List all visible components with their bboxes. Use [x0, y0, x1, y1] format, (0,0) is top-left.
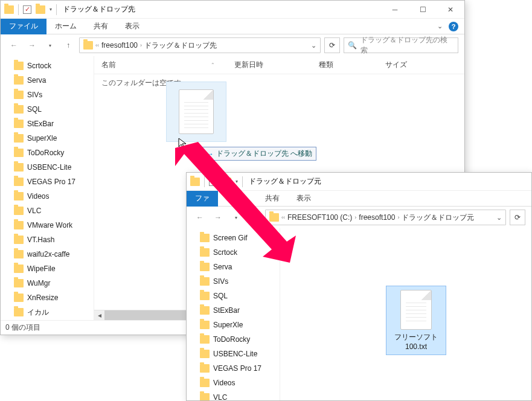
tree-item[interactable]: VLC: [1, 204, 94, 218]
tree-item[interactable]: Screen Gif: [187, 231, 280, 245]
tree-item[interactable]: ToDoRocky: [1, 146, 94, 160]
tree-item-label: Scrtock: [27, 62, 51, 70]
nav-back-button[interactable]: ←: [193, 210, 207, 225]
tree-item[interactable]: USBENC-Lite: [187, 347, 280, 361]
nav-forward-button[interactable]: →: [211, 210, 225, 225]
qat-newfolder-icon[interactable]: [36, 5, 45, 14]
tab-share[interactable]: 共有: [257, 191, 288, 207]
tree-item-label: VEGAS Pro 17: [213, 364, 261, 373]
tree-item[interactable]: Scrtock: [187, 245, 280, 260]
tree-item[interactable]: Serva: [187, 260, 280, 274]
nav-back-button[interactable]: ←: [7, 38, 21, 53]
tree-item[interactable]: waifu2x-caffe: [1, 247, 94, 261]
tree-item[interactable]: SQL: [1, 102, 94, 117]
tab-file[interactable]: ファイル: [1, 19, 46, 34]
address-bar[interactable]: ‹‹ FREESOFT100 (C:)› freesoft100› ドラッグ＆ド…: [265, 210, 506, 225]
refresh-button[interactable]: ⟳: [324, 37, 340, 53]
titlebar[interactable]: ✓ ▾ ドラッグ＆ドロップ元: [187, 173, 531, 191]
breadcrumb-label[interactable]: FREESOFT100 (C:): [287, 213, 352, 222]
column-size[interactable]: サイズ: [378, 60, 464, 70]
column-date[interactable]: 更新日時: [227, 60, 312, 70]
tree-item[interactable]: VEGAS Pro 17: [187, 361, 280, 376]
qat-properties-icon[interactable]: ✓: [23, 5, 31, 14]
tree-item-label: ToDoRocky: [27, 149, 64, 157]
search-input[interactable]: 🔍 ドラッグ＆ドロップ先の検索: [344, 37, 458, 53]
folder-tree[interactable]: Screen Gif Scrtock Serva SIVs SQL StExBa…: [187, 228, 280, 400]
qat-customize-icon[interactable]: ▾: [236, 179, 238, 184]
chevron-right-icon[interactable]: ›: [140, 42, 142, 48]
minimize-button[interactable]: ─: [381, 1, 409, 19]
tree-item[interactable]: WuMgr: [1, 276, 94, 290]
tree-item[interactable]: ToDoRocky: [187, 332, 280, 347]
content-pane[interactable]: フリーソフト100.txt: [280, 228, 531, 400]
tree-item[interactable]: VMware Work: [1, 218, 94, 233]
address-bar[interactable]: ‹‹ freesoft100› ドラッグ＆ドロップ先 ⌄: [79, 37, 321, 53]
chevron-right-icon[interactable]: ›: [354, 214, 356, 220]
breadcrumb-label[interactable]: freesoft100: [359, 213, 395, 222]
nav-recent-button[interactable]: ▾: [43, 38, 57, 53]
folder-icon: [14, 192, 24, 200]
help-icon[interactable]: ?: [449, 22, 458, 31]
tree-item[interactable]: XnResize: [1, 290, 94, 305]
qat-newfolder-icon[interactable]: [222, 178, 231, 186]
close-button[interactable]: ✕: [437, 1, 464, 19]
file-item[interactable]: フリーソフト100.txt: [386, 286, 446, 355]
chevron-right-icon[interactable]: ‹‹: [95, 42, 99, 48]
tree-item[interactable]: SuperXle: [187, 318, 280, 332]
tree-item[interactable]: Serva: [1, 73, 94, 88]
breadcrumb-label[interactable]: ドラッグ＆ドロップ先: [144, 40, 217, 51]
column-type[interactable]: 種類: [312, 60, 378, 70]
tab-view[interactable]: 表示: [117, 19, 148, 34]
folder-tree[interactable]: Scrtock Serva SIVs SQL StExBar SuperXle …: [1, 56, 94, 320]
column-headers[interactable]: 名前⌃ 更新日時 種類 サイズ: [94, 56, 464, 74]
nav-bar: ← → ▾ ↑ ‹‹ freesoft100› ドラッグ＆ドロップ先 ⌄ ⟳ 🔍…: [1, 34, 464, 56]
tab-share[interactable]: 共有: [85, 19, 117, 34]
column-name[interactable]: 名前⌃: [94, 60, 227, 70]
scroll-left-icon[interactable]: ◂: [94, 310, 104, 321]
qat-customize-icon[interactable]: ▾: [50, 7, 52, 12]
tree-item-label: イカル: [27, 307, 49, 318]
folder-icon: [200, 350, 210, 358]
nav-recent-button[interactable]: ▾: [229, 210, 243, 225]
maximize-button[interactable]: ☐: [409, 1, 437, 19]
folder-icon: [14, 105, 24, 114]
nav-forward-button[interactable]: →: [25, 38, 39, 53]
tree-item[interactable]: VT.Hash: [1, 233, 94, 247]
tab-home[interactable]: ホーム: [46, 19, 85, 34]
tree-item-label: SIVs: [27, 91, 42, 99]
tree-item[interactable]: StExBar: [1, 117, 94, 131]
drag-tooltip: → ドラッグ＆ドロップ先 へ移動: [202, 147, 316, 161]
refresh-button[interactable]: ⟳: [510, 210, 525, 225]
breadcrumb-label[interactable]: ドラッグ＆ドロップ元: [402, 213, 474, 223]
tree-item[interactable]: Videos: [1, 189, 94, 204]
folder-icon: [200, 393, 210, 400]
nav-up-button[interactable]: ↑: [247, 210, 261, 225]
chevron-right-icon[interactable]: ‹‹: [281, 214, 285, 220]
tab-file[interactable]: ファ: [187, 191, 218, 207]
tab-view[interactable]: 表示: [288, 191, 319, 207]
tree-item[interactable]: StExBar: [187, 303, 280, 318]
tree-item[interactable]: Scrtock: [1, 59, 94, 73]
tree-item[interactable]: SIVs: [187, 274, 280, 289]
breadcrumb-label[interactable]: freesoft100: [101, 41, 138, 50]
tree-item[interactable]: VEGAS Pro 17: [1, 175, 94, 189]
nav-up-button[interactable]: ↑: [61, 38, 75, 53]
tree-item[interactable]: USBENC-Lite: [1, 160, 94, 175]
tree-item[interactable]: SQL: [187, 289, 280, 303]
qat-properties-icon[interactable]: ✓: [209, 178, 217, 186]
folder-icon: [14, 250, 24, 258]
tree-item[interactable]: VLC: [187, 390, 280, 400]
chevron-right-icon[interactable]: ›: [397, 214, 399, 220]
tree-item[interactable]: SuperXle: [1, 131, 94, 146]
tab-home[interactable]: ホーム: [218, 191, 257, 207]
address-dropdown-icon[interactable]: ⌄: [496, 214, 502, 222]
folder-icon: [14, 265, 24, 273]
address-dropdown-icon[interactable]: ⌄: [311, 42, 316, 50]
ribbon-expand-icon[interactable]: ⌄: [437, 22, 443, 30]
tree-item[interactable]: Videos: [187, 376, 280, 390]
tree-item[interactable]: イカル: [1, 305, 94, 319]
tree-item-label: WuMgr: [27, 279, 50, 287]
titlebar[interactable]: ✓ ▾ ドラッグ＆ドロップ先 ─ ☐ ✕: [1, 1, 464, 19]
tree-item[interactable]: SIVs: [1, 88, 94, 102]
tree-item[interactable]: WipeFile: [1, 261, 94, 276]
